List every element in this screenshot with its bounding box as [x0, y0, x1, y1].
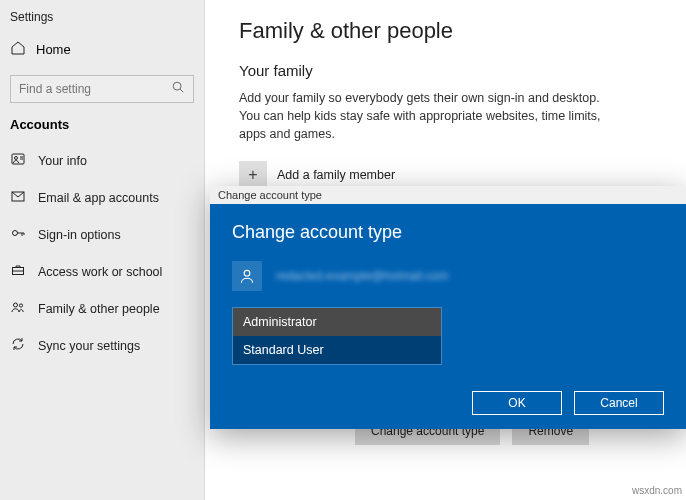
dialog-heading: Change account type: [232, 222, 664, 243]
svg-point-0: [173, 82, 181, 90]
ok-button[interactable]: OK: [472, 391, 562, 415]
dialog-titlebar: Change account type: [210, 186, 686, 204]
nav-label: Email & app accounts: [38, 191, 159, 205]
account-email: redacted.example@hotmail.com: [276, 269, 448, 283]
key-icon: [10, 225, 26, 244]
nav-label: Access work or school: [38, 265, 162, 279]
cancel-button[interactable]: Cancel: [574, 391, 664, 415]
briefcase-icon: [10, 262, 26, 281]
add-family-label: Add a family member: [277, 168, 395, 182]
mail-icon: [10, 188, 26, 207]
nav-home[interactable]: Home: [0, 32, 204, 67]
svg-point-3: [15, 157, 18, 160]
settings-sidebar: Settings Home Accounts Your info Email: [0, 0, 205, 500]
svg-point-15: [244, 270, 250, 276]
nav-signin-options[interactable]: Sign-in options: [0, 216, 204, 253]
sync-icon: [10, 336, 26, 355]
nav-sync-settings[interactable]: Sync your settings: [0, 327, 204, 364]
search-icon: [171, 80, 185, 98]
sidebar-section-label: Accounts: [0, 115, 204, 142]
account-identity-row: redacted.example@hotmail.com: [232, 261, 664, 291]
nav-work-school[interactable]: Access work or school: [0, 253, 204, 290]
nav-email-accounts[interactable]: Email & app accounts: [0, 179, 204, 216]
svg-point-13: [14, 303, 18, 307]
account-type-option-standard[interactable]: Standard User: [233, 336, 441, 364]
nav-home-label: Home: [36, 42, 71, 57]
account-type-option-admin[interactable]: Administrator: [233, 308, 441, 336]
nav-your-info[interactable]: Your info: [0, 142, 204, 179]
svg-point-14: [19, 304, 22, 307]
nav-label: Your info: [38, 154, 87, 168]
svg-point-7: [13, 231, 18, 236]
app-title: Settings: [0, 8, 204, 32]
svg-line-1: [180, 89, 183, 92]
nav-label: Sync your settings: [38, 339, 140, 353]
avatar-icon: [232, 261, 262, 291]
user-icon: [10, 151, 26, 170]
nav-label: Sign-in options: [38, 228, 121, 242]
family-body-text: Add your family so everybody gets their …: [239, 89, 619, 143]
change-account-type-dialog: Change account type Change account type …: [210, 186, 686, 429]
watermark: wsxdn.com: [632, 485, 682, 496]
page-title: Family & other people: [239, 18, 652, 44]
family-heading: Your family: [239, 62, 652, 79]
nav-label: Family & other people: [38, 302, 160, 316]
home-icon: [10, 40, 26, 59]
nav-family-other[interactable]: Family & other people: [0, 290, 204, 327]
people-icon: [10, 299, 26, 318]
account-type-dropdown[interactable]: Administrator Standard User: [232, 307, 442, 365]
search-input[interactable]: [19, 82, 159, 96]
search-input-wrap[interactable]: [10, 75, 194, 103]
